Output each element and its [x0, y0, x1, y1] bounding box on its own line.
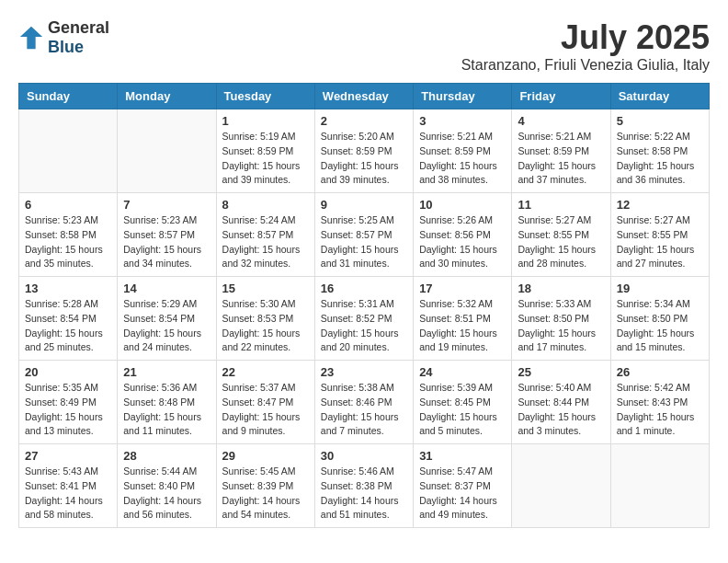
day-info: Sunrise: 5:34 AM Sunset: 8:50 PM Dayligh…	[617, 297, 703, 355]
sunrise-text: Sunrise: 5:19 AM	[222, 131, 296, 142]
day-info: Sunrise: 5:21 AM Sunset: 8:59 PM Dayligh…	[419, 130, 506, 188]
daylight-text: Daylight: 15 hours and 7 minutes.	[321, 411, 399, 437]
sunset-text: Sunset: 8:57 PM	[123, 229, 195, 240]
calendar-cell-w2-d4: 9 Sunrise: 5:25 AM Sunset: 8:57 PM Dayli…	[314, 193, 413, 277]
sunset-text: Sunset: 8:37 PM	[419, 480, 491, 491]
sunrise-text: Sunrise: 5:21 AM	[518, 131, 591, 142]
daylight-text: Daylight: 15 hours and 5 minutes.	[419, 411, 497, 437]
sunrise-text: Sunrise: 5:38 AM	[321, 382, 394, 393]
daylight-text: Daylight: 15 hours and 3 minutes.	[518, 411, 596, 437]
day-info: Sunrise: 5:46 AM Sunset: 8:38 PM Dayligh…	[321, 465, 407, 523]
calendar-cell-w5-d2: 28 Sunrise: 5:44 AM Sunset: 8:40 PM Dayl…	[118, 444, 216, 528]
calendar-cell-w3-d3: 15 Sunrise: 5:30 AM Sunset: 8:53 PM Dayl…	[216, 277, 314, 361]
day-info: Sunrise: 5:27 AM Sunset: 8:55 PM Dayligh…	[617, 213, 703, 271]
calendar-cell-w3-d6: 18 Sunrise: 5:33 AM Sunset: 8:50 PM Dayl…	[512, 277, 610, 361]
daylight-text: Daylight: 14 hours and 51 minutes.	[321, 495, 399, 521]
sunset-text: Sunset: 8:45 PM	[419, 396, 491, 408]
sunset-text: Sunset: 8:47 PM	[222, 396, 294, 408]
day-number: 31	[419, 449, 506, 463]
daylight-text: Daylight: 15 hours and 39 minutes.	[222, 160, 301, 186]
sunrise-text: Sunrise: 5:40 AM	[518, 382, 591, 393]
sunset-text: Sunset: 8:54 PM	[25, 313, 97, 324]
day-info: Sunrise: 5:22 AM Sunset: 8:58 PM Dayligh…	[617, 130, 703, 188]
sunrise-text: Sunrise: 5:46 AM	[321, 465, 394, 477]
calendar-cell-w4-d7: 26 Sunrise: 5:42 AM Sunset: 8:43 PM Dayl…	[610, 361, 709, 444]
day-number: 4	[518, 114, 604, 128]
logo-text: General Blue	[48, 18, 109, 57]
sunrise-text: Sunrise: 5:37 AM	[222, 382, 296, 393]
sunrise-text: Sunrise: 5:23 AM	[123, 214, 197, 225]
sunset-text: Sunset: 8:59 PM	[321, 145, 392, 156]
sunset-text: Sunset: 8:41 PM	[25, 480, 97, 491]
logo-general: General	[48, 18, 109, 37]
daylight-text: Daylight: 15 hours and 38 minutes.	[419, 160, 497, 186]
calendar-cell-w2-d2: 7 Sunrise: 5:23 AM Sunset: 8:57 PM Dayli…	[118, 193, 216, 277]
sunrise-text: Sunrise: 5:31 AM	[321, 298, 394, 309]
day-number: 30	[321, 449, 407, 463]
sunset-text: Sunset: 8:46 PM	[321, 396, 392, 408]
calendar-cell-w1-d6: 4 Sunrise: 5:21 AM Sunset: 8:59 PM Dayli…	[512, 109, 610, 193]
day-number: 7	[123, 198, 210, 212]
day-info: Sunrise: 5:27 AM Sunset: 8:55 PM Dayligh…	[518, 213, 604, 271]
calendar-cell-w2-d5: 10 Sunrise: 5:26 AM Sunset: 8:56 PM Dayl…	[414, 193, 512, 277]
day-info: Sunrise: 5:32 AM Sunset: 8:51 PM Dayligh…	[419, 297, 506, 355]
day-info: Sunrise: 5:26 AM Sunset: 8:56 PM Dayligh…	[419, 213, 506, 271]
sunrise-text: Sunrise: 5:27 AM	[617, 214, 690, 225]
day-number: 9	[321, 198, 407, 212]
day-number: 19	[617, 282, 703, 295]
sunrise-text: Sunrise: 5:47 AM	[419, 465, 493, 477]
sunrise-text: Sunrise: 5:39 AM	[419, 382, 493, 393]
day-info: Sunrise: 5:24 AM Sunset: 8:57 PM Dayligh…	[222, 213, 309, 271]
day-info: Sunrise: 5:45 AM Sunset: 8:39 PM Dayligh…	[222, 465, 309, 523]
calendar-cell-w3-d4: 16 Sunrise: 5:31 AM Sunset: 8:52 PM Dayl…	[314, 277, 413, 361]
logo-blue: Blue	[48, 38, 84, 56]
calendar-table: Sunday Monday Tuesday Wednesday Thursday…	[18, 83, 710, 528]
sunset-text: Sunset: 8:50 PM	[518, 313, 589, 324]
sunrise-text: Sunrise: 5:45 AM	[222, 465, 296, 477]
day-number: 25	[518, 365, 604, 379]
day-info: Sunrise: 5:40 AM Sunset: 8:44 PM Dayligh…	[518, 381, 604, 439]
day-number: 22	[222, 365, 309, 379]
sunrise-text: Sunrise: 5:29 AM	[123, 298, 197, 309]
calendar-cell-w3-d5: 17 Sunrise: 5:32 AM Sunset: 8:51 PM Dayl…	[414, 277, 512, 361]
sunrise-text: Sunrise: 5:33 AM	[518, 298, 591, 309]
calendar-cell-w5-d7	[610, 444, 709, 528]
calendar-cell-w5-d1: 27 Sunrise: 5:43 AM Sunset: 8:41 PM Dayl…	[19, 444, 118, 528]
day-info: Sunrise: 5:43 AM Sunset: 8:41 PM Dayligh…	[25, 465, 111, 523]
sunrise-text: Sunrise: 5:21 AM	[419, 131, 493, 142]
calendar-cell-w4-d6: 25 Sunrise: 5:40 AM Sunset: 8:44 PM Dayl…	[512, 361, 610, 444]
day-info: Sunrise: 5:19 AM Sunset: 8:59 PM Dayligh…	[222, 130, 309, 188]
title-block: July 2025 Staranzano, Friuli Venezia Giu…	[461, 18, 710, 74]
day-number: 24	[419, 365, 506, 379]
day-number: 8	[222, 198, 309, 212]
calendar-cell-w2-d1: 6 Sunrise: 5:23 AM Sunset: 8:58 PM Dayli…	[19, 193, 118, 277]
sunset-text: Sunset: 8:44 PM	[518, 396, 589, 408]
day-number: 10	[419, 198, 506, 212]
daylight-text: Daylight: 15 hours and 30 minutes.	[419, 244, 497, 270]
daylight-text: Daylight: 15 hours and 15 minutes.	[617, 327, 695, 353]
sunrise-text: Sunrise: 5:22 AM	[617, 131, 690, 142]
daylight-text: Daylight: 15 hours and 28 minutes.	[518, 244, 596, 270]
day-number: 2	[321, 114, 407, 128]
calendar-header-row: Sunday Monday Tuesday Wednesday Thursday…	[19, 84, 710, 109]
month-title: July 2025	[461, 18, 710, 57]
daylight-text: Daylight: 15 hours and 13 minutes.	[25, 411, 103, 437]
calendar-cell-w4-d5: 24 Sunrise: 5:39 AM Sunset: 8:45 PM Dayl…	[414, 361, 512, 444]
location-title: Staranzano, Friuli Venezia Giulia, Italy	[461, 57, 710, 74]
daylight-text: Daylight: 15 hours and 32 minutes.	[222, 244, 301, 270]
sunrise-text: Sunrise: 5:26 AM	[419, 214, 493, 225]
daylight-text: Daylight: 15 hours and 31 minutes.	[321, 244, 399, 270]
sunset-text: Sunset: 8:57 PM	[321, 229, 392, 240]
sunset-text: Sunset: 8:49 PM	[25, 396, 97, 408]
daylight-text: Daylight: 15 hours and 36 minutes.	[617, 160, 695, 186]
calendar-cell-w1-d2	[118, 109, 216, 193]
day-info: Sunrise: 5:36 AM Sunset: 8:48 PM Dayligh…	[123, 381, 210, 439]
sunset-text: Sunset: 8:48 PM	[123, 396, 195, 408]
logo: General Blue	[18, 18, 109, 57]
day-number: 12	[617, 198, 703, 212]
sunrise-text: Sunrise: 5:36 AM	[123, 382, 197, 393]
sunset-text: Sunset: 8:58 PM	[617, 145, 688, 156]
day-info: Sunrise: 5:42 AM Sunset: 8:43 PM Dayligh…	[617, 381, 703, 439]
col-friday: Friday	[512, 84, 610, 109]
day-info: Sunrise: 5:20 AM Sunset: 8:59 PM Dayligh…	[321, 130, 407, 188]
